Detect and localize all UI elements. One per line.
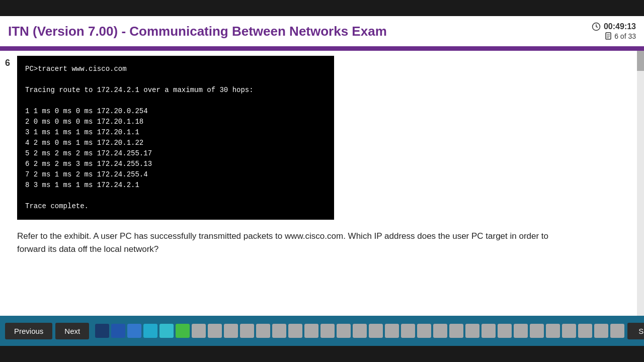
question-dot-17[interactable]	[353, 324, 367, 338]
question-dot-18[interactable]	[369, 324, 383, 338]
question-dot-22[interactable]	[433, 324, 447, 338]
header-right: 00:49:13 6 of 33	[592, 22, 636, 40]
question-dot-30[interactable]	[562, 324, 576, 338]
document-icon	[605, 32, 612, 40]
page-title: ITN (Version 7.00) - Communicating Betwe…	[8, 24, 387, 39]
header: ITN (Version 7.00) - Communicating Betwe…	[0, 16, 644, 48]
question-dot-2[interactable]	[111, 324, 125, 338]
submit-button[interactable]: Submit	[627, 323, 644, 339]
terminal-exhibit: PC>tracert www.cisco.com Tracing route t…	[17, 56, 334, 220]
question-dot-3[interactable]	[127, 324, 141, 338]
timer-row: 00:49:13	[592, 22, 636, 31]
question-dot-19[interactable]	[385, 324, 399, 338]
timer-display: 00:49:13	[604, 22, 636, 31]
question-dot-28[interactable]	[530, 324, 544, 338]
question-dot-7[interactable]	[192, 324, 206, 338]
question-dots-container	[95, 324, 624, 338]
question-dot-5[interactable]	[159, 324, 174, 338]
question-number: 6	[5, 58, 10, 68]
question-dot-12[interactable]	[272, 324, 286, 338]
question-dot-11[interactable]	[256, 324, 270, 338]
question-dot-9[interactable]	[224, 324, 238, 338]
main-wrapper: 6 PC>tracert www.cisco.com Tracing route…	[0, 51, 644, 326]
question-dot-1[interactable]	[95, 324, 109, 338]
next-button[interactable]: Next	[55, 323, 89, 339]
question-dot-29[interactable]	[546, 324, 560, 338]
question-dot-13[interactable]	[288, 324, 302, 338]
scrollbar-thumb[interactable]	[637, 51, 644, 71]
question-dot-23[interactable]	[449, 324, 463, 338]
content-inner: PC>tracert www.cisco.com Tracing route t…	[17, 56, 634, 255]
question-dot-31[interactable]	[578, 324, 592, 338]
question-dot-32[interactable]	[594, 324, 608, 338]
previous-button[interactable]: Previous	[5, 323, 52, 339]
scrollbar-track[interactable]	[637, 51, 644, 326]
question-dot-6[interactable]	[176, 324, 190, 338]
question-dot-21[interactable]	[417, 324, 431, 338]
question-dot-20[interactable]	[401, 324, 415, 338]
question-text: Refer to the exhibit. A user PC has succ…	[17, 230, 571, 255]
page-info: 6 of 33	[605, 32, 636, 40]
question-dot-24[interactable]	[465, 324, 479, 338]
question-dot-10[interactable]	[240, 324, 254, 338]
question-dot-4[interactable]	[143, 324, 157, 338]
main-content: 6 PC>tracert www.cisco.com Tracing route…	[0, 51, 644, 326]
clock-icon	[592, 22, 601, 31]
top-bar	[0, 0, 644, 16]
question-dot-16[interactable]	[337, 324, 351, 338]
question-dot-14[interactable]	[304, 324, 318, 338]
question-dot-33[interactable]	[610, 324, 624, 338]
bottom-navigation-bar: Previous Next Submit	[0, 316, 644, 346]
question-dot-25[interactable]	[481, 324, 496, 338]
question-dot-8[interactable]	[208, 324, 222, 338]
question-dot-15[interactable]	[320, 324, 335, 338]
question-dot-27[interactable]	[514, 324, 528, 338]
bottom-bar	[0, 346, 644, 362]
question-dot-26[interactable]	[498, 324, 512, 338]
page-counter: 6 of 33	[614, 32, 636, 40]
